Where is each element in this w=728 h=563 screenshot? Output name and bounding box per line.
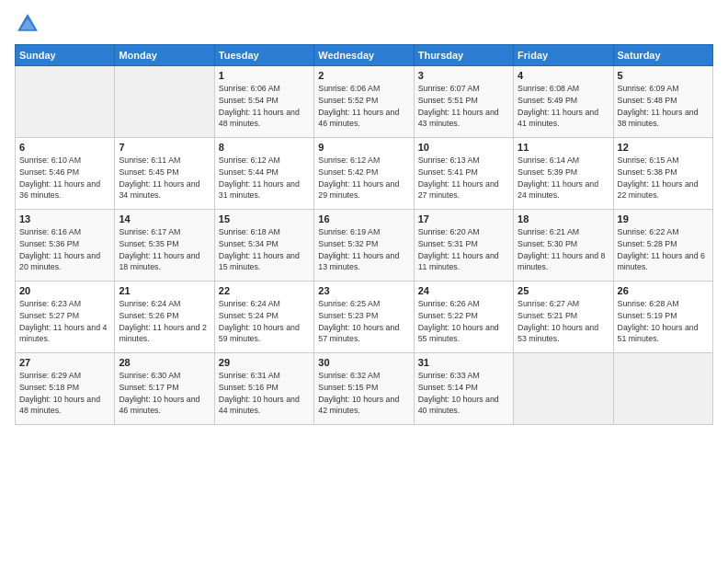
day-number: 28: [119, 357, 210, 368]
calendar-cell: 27Sunrise: 6:29 AMSunset: 5:18 PMDayligh…: [16, 353, 115, 425]
calendar-cell: 16Sunrise: 6:19 AMSunset: 5:32 PMDayligh…: [314, 210, 414, 282]
weekday-header: Monday: [115, 45, 214, 66]
day-detail: Sunrise: 6:30 AMSunset: 5:17 PMDaylight:…: [119, 370, 210, 417]
logo: [15, 11, 44, 37]
weekday-header: Tuesday: [214, 45, 313, 66]
day-number: 29: [219, 357, 310, 368]
day-number: 6: [19, 142, 110, 153]
day-number: 1: [219, 70, 310, 81]
day-detail: Sunrise: 6:08 AMSunset: 5:49 PMDaylight:…: [518, 83, 609, 130]
weekday-header: Friday: [514, 45, 613, 66]
calendar-cell: 12Sunrise: 6:15 AMSunset: 5:38 PMDayligh…: [613, 138, 712, 210]
calendar-cell: 29Sunrise: 6:31 AMSunset: 5:16 PMDayligh…: [214, 353, 313, 425]
day-detail: Sunrise: 6:20 AMSunset: 5:31 PMDaylight:…: [418, 226, 509, 273]
day-detail: Sunrise: 6:26 AMSunset: 5:22 PMDaylight:…: [418, 298, 509, 345]
day-number: 24: [418, 285, 509, 296]
calendar-cell: 9Sunrise: 6:12 AMSunset: 5:42 PMDaylight…: [314, 138, 414, 210]
day-number: 26: [618, 285, 709, 296]
day-number: 17: [418, 213, 509, 224]
calendar-cell: 24Sunrise: 6:26 AMSunset: 5:22 PMDayligh…: [414, 282, 513, 353]
day-number: 27: [19, 357, 110, 368]
day-number: 2: [318, 70, 409, 81]
day-detail: Sunrise: 6:19 AMSunset: 5:32 PMDaylight:…: [318, 226, 409, 273]
logo-icon: [15, 11, 40, 37]
day-detail: Sunrise: 6:06 AMSunset: 5:52 PMDaylight:…: [318, 83, 409, 130]
weekday-header: Thursday: [414, 45, 513, 66]
day-number: 19: [618, 213, 709, 224]
day-detail: Sunrise: 6:18 AMSunset: 5:34 PMDaylight:…: [219, 226, 310, 273]
day-detail: Sunrise: 6:29 AMSunset: 5:18 PMDaylight:…: [19, 370, 110, 417]
day-number: 8: [219, 142, 310, 153]
calendar-cell: 2Sunrise: 6:06 AMSunset: 5:52 PMDaylight…: [314, 66, 414, 138]
calendar-cell: 7Sunrise: 6:11 AMSunset: 5:45 PMDaylight…: [115, 138, 214, 210]
day-detail: Sunrise: 6:07 AMSunset: 5:51 PMDaylight:…: [418, 83, 509, 130]
day-number: 25: [518, 285, 609, 296]
calendar-cell: [514, 353, 613, 425]
day-detail: Sunrise: 6:13 AMSunset: 5:41 PMDaylight:…: [418, 155, 509, 201]
calendar-cell: 30Sunrise: 6:32 AMSunset: 5:15 PMDayligh…: [314, 353, 414, 425]
day-number: 11: [518, 142, 609, 153]
calendar-cell: 3Sunrise: 6:07 AMSunset: 5:51 PMDaylight…: [414, 66, 513, 138]
calendar-cell: 31Sunrise: 6:33 AMSunset: 5:14 PMDayligh…: [414, 353, 513, 425]
calendar-cell: 26Sunrise: 6:28 AMSunset: 5:19 PMDayligh…: [613, 282, 712, 353]
day-number: 3: [418, 70, 509, 81]
day-number: 15: [219, 213, 310, 224]
calendar-cell: 20Sunrise: 6:23 AMSunset: 5:27 PMDayligh…: [16, 282, 115, 353]
calendar-cell: [16, 66, 115, 138]
calendar-cell: 8Sunrise: 6:12 AMSunset: 5:44 PMDaylight…: [214, 138, 313, 210]
day-detail: Sunrise: 6:32 AMSunset: 5:15 PMDaylight:…: [318, 370, 409, 417]
calendar-cell: 13Sunrise: 6:16 AMSunset: 5:36 PMDayligh…: [16, 210, 115, 282]
day-number: 23: [318, 285, 409, 296]
calendar-cell: 21Sunrise: 6:24 AMSunset: 5:26 PMDayligh…: [115, 282, 214, 353]
calendar-cell: [115, 66, 214, 138]
calendar-table: SundayMondayTuesdayWednesdayThursdayFrid…: [15, 44, 713, 425]
day-detail: Sunrise: 6:15 AMSunset: 5:38 PMDaylight:…: [618, 155, 709, 201]
day-detail: Sunrise: 6:06 AMSunset: 5:54 PMDaylight:…: [219, 83, 310, 130]
calendar-cell: 4Sunrise: 6:08 AMSunset: 5:49 PMDaylight…: [514, 66, 613, 138]
day-number: 14: [119, 213, 210, 224]
calendar-cell: 1Sunrise: 6:06 AMSunset: 5:54 PMDaylight…: [214, 66, 313, 138]
day-detail: Sunrise: 6:28 AMSunset: 5:19 PMDaylight:…: [618, 298, 709, 345]
day-number: 16: [318, 213, 409, 224]
day-number: 4: [518, 70, 609, 81]
day-detail: Sunrise: 6:21 AMSunset: 5:30 PMDaylight:…: [518, 226, 609, 273]
day-detail: Sunrise: 6:24 AMSunset: 5:26 PMDaylight:…: [119, 298, 210, 345]
calendar-cell: 23Sunrise: 6:25 AMSunset: 5:23 PMDayligh…: [314, 282, 414, 353]
day-number: 5: [618, 70, 709, 81]
calendar-cell: 10Sunrise: 6:13 AMSunset: 5:41 PMDayligh…: [414, 138, 513, 210]
calendar-header: SundayMondayTuesdayWednesdayThursdayFrid…: [16, 45, 713, 66]
day-detail: Sunrise: 6:17 AMSunset: 5:35 PMDaylight:…: [119, 226, 210, 273]
weekday-header: Wednesday: [314, 45, 414, 66]
day-number: 10: [418, 142, 509, 153]
calendar-cell: 18Sunrise: 6:21 AMSunset: 5:30 PMDayligh…: [514, 210, 613, 282]
day-number: 9: [318, 142, 409, 153]
day-detail: Sunrise: 6:12 AMSunset: 5:44 PMDaylight:…: [219, 155, 310, 201]
weekday-header: Saturday: [613, 45, 712, 66]
day-detail: Sunrise: 6:23 AMSunset: 5:27 PMDaylight:…: [19, 298, 110, 345]
day-number: 31: [418, 357, 509, 368]
page-header: [15, 11, 713, 37]
day-detail: Sunrise: 6:16 AMSunset: 5:36 PMDaylight:…: [19, 226, 110, 273]
day-detail: Sunrise: 6:25 AMSunset: 5:23 PMDaylight:…: [318, 298, 409, 345]
calendar-cell: 17Sunrise: 6:20 AMSunset: 5:31 PMDayligh…: [414, 210, 513, 282]
calendar-cell: 14Sunrise: 6:17 AMSunset: 5:35 PMDayligh…: [115, 210, 214, 282]
day-detail: Sunrise: 6:33 AMSunset: 5:14 PMDaylight:…: [418, 370, 509, 417]
day-detail: Sunrise: 6:27 AMSunset: 5:21 PMDaylight:…: [518, 298, 609, 345]
calendar-cell: 15Sunrise: 6:18 AMSunset: 5:34 PMDayligh…: [214, 210, 313, 282]
weekday-header: Sunday: [16, 45, 115, 66]
day-number: 21: [119, 285, 210, 296]
calendar-cell: 5Sunrise: 6:09 AMSunset: 5:48 PMDaylight…: [613, 66, 712, 138]
day-detail: Sunrise: 6:10 AMSunset: 5:46 PMDaylight:…: [19, 155, 110, 201]
calendar-cell: 11Sunrise: 6:14 AMSunset: 5:39 PMDayligh…: [514, 138, 613, 210]
day-detail: Sunrise: 6:31 AMSunset: 5:16 PMDaylight:…: [219, 370, 310, 417]
calendar-cell: [613, 353, 712, 425]
calendar-cell: 19Sunrise: 6:22 AMSunset: 5:28 PMDayligh…: [613, 210, 712, 282]
day-number: 13: [19, 213, 110, 224]
calendar-cell: 28Sunrise: 6:30 AMSunset: 5:17 PMDayligh…: [115, 353, 214, 425]
day-number: 20: [19, 285, 110, 296]
day-number: 7: [119, 142, 210, 153]
day-number: 30: [318, 357, 409, 368]
day-detail: Sunrise: 6:09 AMSunset: 5:48 PMDaylight:…: [618, 83, 709, 130]
calendar-cell: 22Sunrise: 6:24 AMSunset: 5:24 PMDayligh…: [214, 282, 313, 353]
day-detail: Sunrise: 6:24 AMSunset: 5:24 PMDaylight:…: [219, 298, 310, 345]
